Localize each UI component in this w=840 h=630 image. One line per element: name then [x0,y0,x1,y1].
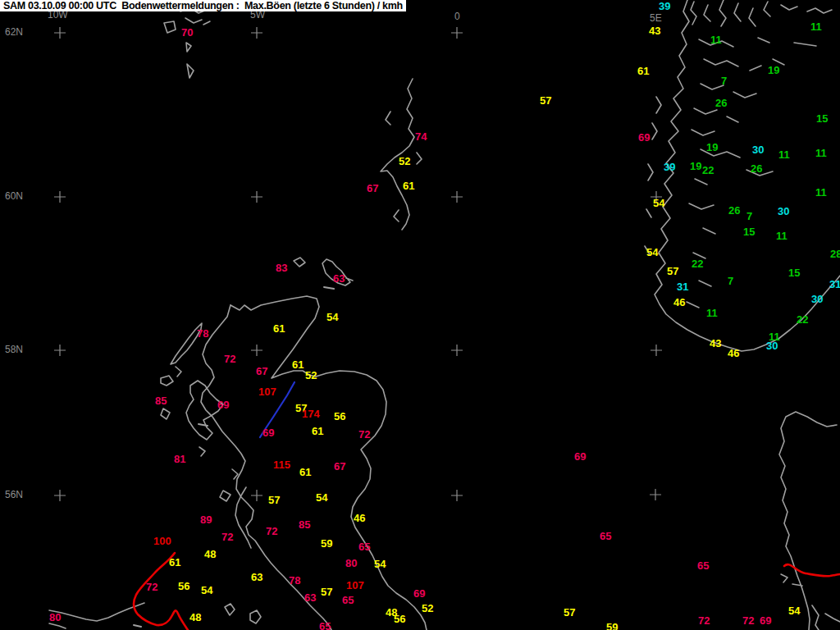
station-value: 85 [155,395,167,406]
station-value: 100 [153,536,171,546]
station-value: 63 [304,592,316,603]
station-value: 115 [273,459,290,470]
station-value: 15 [743,226,755,237]
station-value: 61 [169,557,180,568]
grid-cross-icon [251,490,262,501]
station-value: 19 [690,161,701,171]
station-value: 85 [299,519,310,530]
station-value: 107 [346,580,364,591]
station-value: 57 [540,95,551,106]
coastline-norway-fjords [645,0,832,308]
grid-label: 56N [5,490,23,500]
station-value: 67 [367,183,378,194]
grid-cross-icon [451,27,463,39]
grid-cross-icon [451,191,463,203]
station-value: 26 [751,163,762,174]
station-value: 69 [262,427,274,438]
station-value: 89 [200,514,212,525]
station-value: 65 [697,560,709,571]
station-value: 7 [728,276,733,286]
station-value: 59 [321,538,332,549]
station-value: 65 [342,595,354,605]
station-value: 48 [189,612,201,623]
station-value: 57 [667,266,678,276]
station-value: 11 [778,149,790,160]
station-value: 11 [776,231,788,241]
station-value: 57 [321,587,332,597]
station-value: 69 [574,451,586,462]
station-value: 65 [319,621,331,630]
station-value: 107 [258,386,276,397]
station-value: 15 [788,267,800,278]
station-value: 31 [677,281,688,292]
station-value: 54 [316,492,327,503]
station-value: 70 [181,27,193,38]
grid-label: 60N [5,191,23,201]
station-value: 43 [710,338,721,349]
station-value: 19 [706,142,718,153]
station-value: 61 [273,323,285,334]
station-value: 31 [829,279,840,290]
station-value: 56 [334,411,345,422]
station-value: 74 [415,131,427,142]
station-value: 61 [299,467,311,477]
station-value: 30 [766,340,778,351]
station-value: 61 [403,180,414,191]
grid-cross-icon [651,345,662,356]
station-value: 65 [600,531,611,541]
station-value: 57 [564,607,575,618]
station-value: 54 [646,247,658,258]
station-value: 22 [692,258,703,269]
station-value: 39 [664,162,675,172]
station-value: 56 [178,581,189,591]
station-value: 11 [815,148,827,158]
station-value: 61 [292,359,304,370]
station-value: 72 [742,615,754,626]
front-line-denmark [784,564,840,576]
station-value: 54 [326,312,338,322]
grid-label: 62N [5,27,23,37]
station-value: 80 [49,612,61,623]
grid-cross-icon [54,490,66,501]
grid-cross-icon [451,345,463,356]
station-value: 69 [217,399,229,410]
station-value: 11 [810,21,822,32]
station-value: 28 [830,249,840,259]
station-value: 11 [815,187,827,198]
coastline-isle-of-man [225,604,261,623]
station-value: 19 [768,65,779,75]
station-value: 65 [358,541,370,552]
grid-cross-icon [54,191,66,203]
station-value: 83 [276,262,287,273]
station-value: 72 [224,354,235,364]
coastline-northern-ireland [49,603,144,628]
station-value: 48 [204,549,216,559]
station-value: 67 [334,461,345,472]
title-bar: SAM 03.10.09 00:00 UTC Bodenwettermeldun… [0,0,406,11]
station-value: 80 [345,558,357,568]
station-value: 22 [797,314,808,325]
station-value: 52 [399,156,410,167]
grid-cross-icon [650,489,661,500]
station-value: 57 [268,495,280,505]
grid-cross-icon [54,27,66,39]
coast-dashes [134,287,334,627]
grid-cross-icon [54,345,66,356]
station-value: 63 [333,273,345,284]
station-value: 46 [728,348,739,358]
station-value: 72 [221,532,233,542]
station-value: 7 [721,75,727,86]
grid-cross-icon [451,490,463,501]
station-value: 78 [289,575,300,586]
station-value: 63 [251,572,262,582]
station-value: 61 [312,426,323,436]
station-value: 81 [174,454,185,464]
station-value: 54 [201,585,212,596]
coastline-scotland-west [201,305,331,630]
station-value: 54 [374,559,386,569]
station-value: 43 [649,25,660,36]
station-value: 11 [706,308,718,318]
station-value: 46 [673,297,685,308]
station-value: 174 [302,409,320,419]
station-value: 26 [728,205,740,216]
